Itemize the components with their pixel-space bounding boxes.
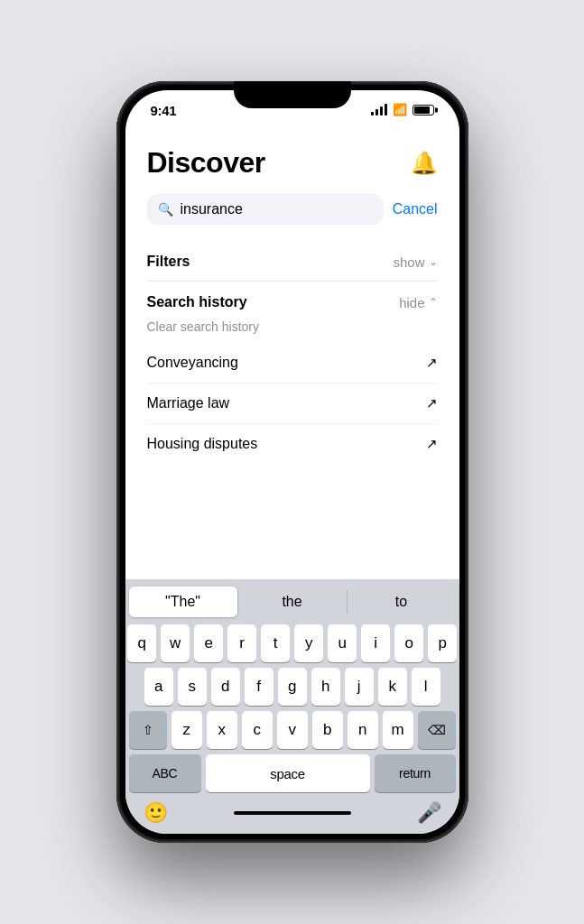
delete-key[interactable]: ⌫: [418, 711, 456, 749]
predictive-word-1[interactable]: the: [238, 587, 347, 617]
keyboard-row-3: ⇧ z x c v b n m ⌫: [129, 711, 456, 749]
keyboard-row-4: ABC space return: [129, 754, 456, 792]
key-z[interactable]: z: [171, 711, 202, 749]
abc-key[interactable]: ABC: [129, 754, 201, 792]
hide-history-toggle[interactable]: hide ⌃: [399, 295, 437, 310]
arrow-up-left-icon: ↗: [426, 436, 438, 452]
arrow-up-left-icon: ↗: [426, 355, 438, 371]
filters-row[interactable]: Filters show ⌄: [147, 243, 438, 282]
wifi-icon: 📶: [393, 103, 407, 116]
key-m[interactable]: m: [383, 711, 413, 749]
app-content: Discover 🔔 🔍 insurance Cancel Filters sh…: [125, 135, 459, 579]
search-history-header: Search history hide ⌃: [147, 282, 438, 314]
key-d[interactable]: d: [211, 668, 240, 706]
key-k[interactable]: k: [378, 668, 407, 706]
key-u[interactable]: u: [328, 624, 357, 662]
filters-show-label: show: [393, 254, 424, 270]
keyboard-row-2: a s d f g h j k l: [129, 668, 456, 706]
key-g[interactable]: g: [278, 668, 307, 706]
key-x[interactable]: x: [207, 711, 237, 749]
history-item-housing[interactable]: Housing disputes ↗: [147, 424, 438, 464]
chevron-down-icon: ⌄: [429, 255, 438, 268]
search-input-container[interactable]: 🔍 insurance: [147, 194, 384, 225]
home-indicator: [234, 811, 351, 815]
key-h[interactable]: h: [311, 668, 340, 706]
key-b[interactable]: b: [312, 711, 343, 749]
key-e[interactable]: e: [194, 624, 223, 662]
key-c[interactable]: c: [242, 711, 273, 749]
battery-icon: [413, 105, 434, 116]
keyboard-bottom-bar: 🙂 🎤: [129, 798, 456, 830]
history-item-text: Conveyancing: [147, 355, 238, 371]
key-n[interactable]: n: [348, 711, 378, 749]
search-history-title: Search history: [147, 294, 247, 310]
cancel-button[interactable]: Cancel: [393, 201, 438, 217]
keyboard: "The" the to q w e r t y u i o p a: [125, 579, 459, 834]
history-item-text: Housing disputes: [147, 436, 258, 452]
filters-show-toggle[interactable]: show ⌄: [393, 254, 437, 270]
key-f[interactable]: f: [245, 668, 273, 706]
space-key[interactable]: space: [206, 754, 370, 792]
mic-icon[interactable]: 🎤: [417, 801, 441, 825]
emoji-icon[interactable]: 🙂: [144, 801, 168, 825]
status-time: 9:41: [151, 103, 177, 118]
clear-history-button[interactable]: Clear search history: [147, 314, 438, 343]
key-l[interactable]: l: [412, 668, 440, 706]
history-item-marriage[interactable]: Marriage law ↗: [147, 383, 438, 424]
search-bar-row: 🔍 insurance Cancel: [147, 194, 438, 225]
key-y[interactable]: y: [294, 624, 323, 662]
hide-label: hide: [399, 295, 424, 310]
bell-icon[interactable]: 🔔: [411, 151, 438, 176]
arrow-up-left-icon: ↗: [426, 395, 438, 411]
search-input-value[interactable]: insurance: [181, 201, 373, 217]
status-icons: 📶: [371, 103, 434, 116]
shift-key[interactable]: ⇧: [129, 711, 167, 749]
key-p[interactable]: p: [428, 624, 457, 662]
key-q[interactable]: q: [127, 624, 156, 662]
predictive-row: "The" the to: [129, 587, 456, 617]
chevron-up-icon: ⌃: [429, 296, 438, 309]
return-key[interactable]: return: [375, 754, 456, 792]
history-item-conveyancing[interactable]: Conveyancing ↗: [147, 343, 438, 383]
key-t[interactable]: t: [261, 624, 290, 662]
key-v[interactable]: v: [277, 711, 308, 749]
keyboard-row-1: q w e r t y u i o p: [129, 624, 456, 662]
history-item-text: Marriage law: [147, 395, 230, 411]
filters-label: Filters: [147, 254, 190, 270]
predictive-word-2[interactable]: to: [348, 587, 456, 617]
key-o[interactable]: o: [394, 624, 423, 662]
key-i[interactable]: i: [361, 624, 390, 662]
key-a[interactable]: a: [144, 668, 173, 706]
key-s[interactable]: s: [178, 668, 207, 706]
key-w[interactable]: w: [161, 624, 190, 662]
search-icon: 🔍: [158, 202, 173, 217]
notch: [234, 81, 351, 108]
header: Discover 🔔: [147, 135, 438, 194]
key-r[interactable]: r: [227, 624, 256, 662]
predictive-word-0[interactable]: "The": [129, 587, 237, 617]
phone-frame: 9:41 📶 Discover 🔔: [116, 81, 468, 843]
key-j[interactable]: j: [345, 668, 374, 706]
signal-icon: [371, 104, 387, 116]
page-title: Discover: [147, 146, 265, 180]
phone-screen: 9:41 📶 Discover 🔔: [125, 90, 459, 834]
